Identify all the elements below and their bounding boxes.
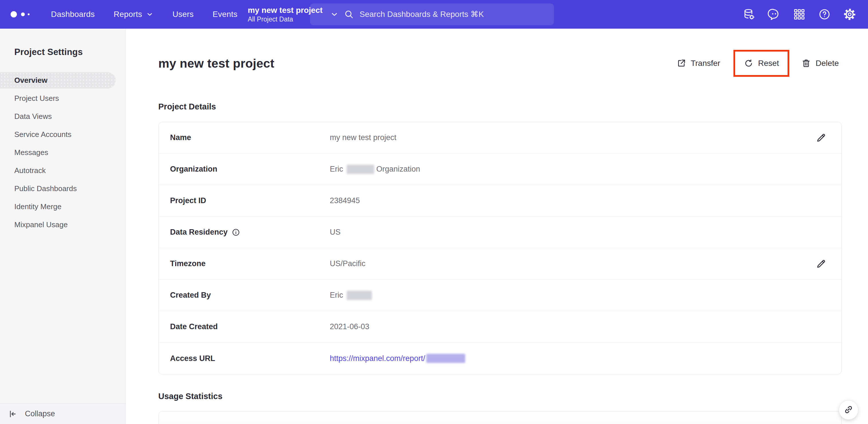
sidebar-title: Project Settings	[14, 47, 126, 57]
sidebar-item-overview[interactable]: Overview	[0, 72, 116, 88]
transfer-button[interactable]: Transfer	[674, 53, 723, 73]
settings-sidebar: Project Settings Overview Project Users …	[0, 29, 126, 424]
link-icon	[843, 405, 854, 415]
nav-events[interactable]: Events	[213, 10, 238, 19]
project-id-value: 2384945	[330, 196, 360, 205]
timezone-value: US/Pacific	[330, 259, 366, 268]
search-bar[interactable]	[310, 3, 554, 25]
sidebar-item-messages[interactable]: Messages	[0, 144, 116, 162]
sidebar-item-data-views[interactable]: Data Views	[0, 107, 116, 125]
sidebar-item-mixpanel-usage[interactable]: Mixpanel Usage	[0, 216, 116, 234]
redacted-value	[347, 165, 374, 174]
detail-row-project-id: Project ID 2384945	[159, 185, 841, 217]
usage-statistics-heading: Usage Statistics	[158, 392, 842, 401]
collapse-label: Collapse	[25, 409, 55, 418]
edit-name-button[interactable]	[814, 131, 828, 144]
delete-button[interactable]: Delete	[799, 53, 842, 73]
project-details-heading: Project Details	[158, 102, 842, 111]
top-navigation-bar: Dashboards Reports Users Events	[0, 0, 868, 29]
sidebar-item-project-users[interactable]: Project Users	[0, 89, 116, 107]
apps-grid-button[interactable]	[793, 7, 806, 21]
feedback-bubble-icon	[768, 8, 780, 21]
page-title: my new test project	[158, 56, 274, 70]
primary-nav: Dashboards Reports Users Events	[51, 10, 237, 19]
project-details-card: Name my new test project Organization Er…	[158, 122, 842, 374]
help-button[interactable]	[817, 7, 831, 21]
reset-icon	[744, 58, 753, 68]
pencil-icon	[816, 258, 827, 269]
name-value: my new test project	[330, 133, 397, 142]
data-management-button[interactable]	[742, 7, 756, 21]
copy-link-button[interactable]	[839, 400, 858, 420]
delete-trash-icon	[801, 58, 811, 68]
search-input[interactable]	[360, 10, 520, 19]
chevron-down-icon	[146, 10, 153, 18]
redacted-value	[347, 291, 372, 300]
apps-grid-icon	[793, 8, 805, 20]
nav-reports[interactable]: Reports	[114, 10, 153, 19]
mixpanel-logo-dots	[10, 10, 36, 18]
pencil-icon	[816, 132, 827, 143]
info-icon[interactable]	[231, 228, 240, 237]
project-actions: Transfer Reset	[674, 50, 842, 77]
mixpanel-logo[interactable]	[10, 10, 36, 18]
detail-row-timezone: Timezone US/Pacific	[159, 248, 841, 280]
settings-button[interactable]	[843, 7, 857, 21]
date-created-value: 2021-06-03	[330, 322, 369, 331]
detail-row-access-url: Access URL https://mixpanel.com/report/	[159, 343, 841, 374]
sidebar-item-autotrack[interactable]: Autotrack	[0, 162, 116, 180]
sidebar-item-service-accounts[interactable]: Service Accounts	[0, 125, 116, 144]
data-residency-value: US	[330, 228, 341, 237]
edit-timezone-button[interactable]	[814, 257, 828, 271]
detail-row-data-residency: Data Residency US	[159, 217, 841, 248]
nav-dashboards[interactable]: Dashboards	[51, 10, 95, 19]
detail-row-date-created: Date Created 2021-06-03	[159, 311, 841, 343]
sidebar-nav-list: Overview Project Users Data Views Servic…	[0, 72, 126, 234]
sidebar-item-public-dashboards[interactable]: Public Dashboards	[0, 180, 116, 198]
detail-row-name: Name my new test project	[159, 122, 841, 153]
help-icon	[818, 8, 831, 21]
reset-button[interactable]: Reset	[741, 53, 782, 73]
main-content: my new test project Transfer	[126, 29, 868, 424]
usage-statistics-card	[158, 411, 842, 424]
redacted-value	[426, 354, 465, 363]
transfer-icon	[677, 58, 686, 68]
reset-highlight-box: Reset	[734, 50, 789, 77]
search-icon	[344, 9, 354, 19]
nav-users[interactable]: Users	[172, 10, 193, 19]
detail-row-created-by: Created By Eric	[159, 280, 841, 311]
settings-gear-icon	[843, 8, 856, 21]
data-management-icon	[743, 8, 755, 21]
sidebar-item-identity-merge[interactable]: Identity Merge	[0, 198, 116, 216]
collapse-icon	[8, 409, 18, 419]
detail-row-organization: Organization Eric Organization	[159, 153, 841, 185]
feedback-button[interactable]	[767, 7, 781, 21]
sidebar-collapse-button[interactable]: Collapse	[0, 403, 126, 424]
topbar-icon-group	[742, 0, 868, 29]
access-url-link[interactable]: https://mixpanel.com/report/	[330, 354, 467, 363]
